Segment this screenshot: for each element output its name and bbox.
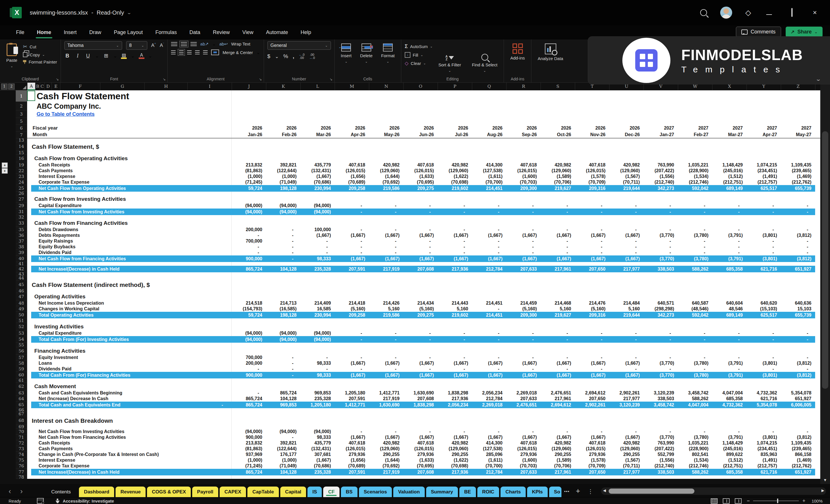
cell[interactable]: -	[403, 429, 438, 435]
cell[interactable]: -	[438, 336, 472, 343]
cell[interactable]: -	[472, 244, 506, 250]
cell[interactable]: (1,667)	[609, 435, 643, 440]
sheet-tab-contents[interactable]: Contents	[44, 486, 77, 497]
row-header-22[interactable]: 22	[16, 168, 27, 174]
cell[interactable]: -	[609, 336, 643, 343]
cell[interactable]: 4,732,362	[746, 390, 781, 396]
sheet-nav-right-icon[interactable]: ›	[16, 487, 28, 497]
cell[interactable]: -	[438, 355, 472, 360]
row-header-71[interactable]: 71	[16, 435, 27, 440]
cell[interactable]: (126,015)	[334, 168, 369, 174]
cell[interactable]: 2027	[746, 125, 781, 132]
bold-button[interactable]: B	[64, 53, 71, 59]
outline-level-1-button[interactable]: 1	[1, 84, 7, 90]
fill-button[interactable]: ↓ Fill ⌄	[405, 52, 433, 58]
sheet-tab-valuation[interactable]: Valuation	[393, 486, 425, 497]
cell[interactable]: 290,255	[541, 452, 575, 458]
column-header-Q[interactable]: Q	[472, 83, 507, 90]
cell[interactable]: -	[369, 227, 403, 232]
row-header-64[interactable]: 64	[16, 396, 27, 402]
comma-format-icon[interactable]: ,	[293, 53, 294, 60]
cell[interactable]: 15,103	[781, 306, 815, 312]
cell[interactable]: (1,667)	[472, 435, 506, 440]
row-header-1[interactable]: 1	[16, 90, 27, 102]
cell[interactable]: 3,120,239	[643, 390, 678, 396]
cell[interactable]: (70,692)	[369, 179, 403, 185]
cell[interactable]: 900,000	[232, 435, 266, 440]
cell[interactable]: (94,000)	[266, 336, 300, 343]
cell[interactable]: -	[575, 250, 609, 255]
cell[interactable]: (127,538)	[472, 168, 506, 174]
cell[interactable]: -	[781, 244, 815, 250]
row-header-2[interactable]: 2	[16, 102, 27, 111]
cell[interactable]: (228,900)	[678, 446, 712, 452]
sheet-tab-kpis[interactable]: KPIs	[527, 486, 548, 497]
cell[interactable]: -	[746, 250, 781, 255]
cell[interactable]: (70,698)	[438, 463, 472, 469]
cell[interactable]: 217,977	[609, 469, 643, 475]
cell[interactable]: Jan-26	[232, 132, 266, 138]
cell[interactable]: -	[609, 429, 643, 435]
cell[interactable]: (212,740)	[643, 179, 678, 185]
cell[interactable]: 655,739	[781, 312, 815, 318]
cell[interactable]: 307,681	[300, 452, 334, 458]
cell[interactable]: -	[266, 255, 300, 262]
cell[interactable]: (212,757)	[746, 179, 781, 185]
cell[interactable]: 209,258	[334, 312, 369, 318]
comments-button[interactable]: Comments	[736, 27, 781, 37]
cell[interactable]: (1,667)	[609, 360, 643, 366]
cell[interactable]: 207,633	[506, 266, 541, 272]
cell[interactable]: (15,103)	[746, 306, 781, 312]
cell[interactable]: 209,258	[334, 185, 369, 192]
ribbon-tab-home[interactable]: Home	[31, 27, 58, 38]
cell[interactable]: -	[575, 203, 609, 209]
cell[interactable]: 2027	[643, 125, 678, 132]
normal-view-icon[interactable]	[711, 498, 717, 504]
sheet-tab-capex[interactable]: CAPEX	[220, 486, 246, 497]
row-header-35[interactable]: 35	[16, 227, 27, 232]
cell[interactable]: (94,000)	[266, 209, 300, 215]
cell[interactable]: -	[334, 330, 369, 336]
cell[interactable]: (1,667)	[403, 360, 438, 366]
cell[interactable]: -	[300, 366, 334, 372]
sheet-tab-captable[interactable]: CapTable	[247, 486, 279, 497]
cut-button[interactable]: ✂ Cut	[23, 43, 57, 50]
cell[interactable]: 209,275	[403, 185, 438, 192]
cell[interactable]: -	[781, 203, 815, 209]
cell[interactable]: 4,047,004	[678, 402, 712, 408]
cell[interactable]: (1,667)	[506, 372, 541, 378]
row-header-16[interactable]: 16	[16, 155, 27, 162]
cell[interactable]: 802,541	[678, 452, 712, 458]
sheet-tab-cf[interactable]: CF	[323, 486, 340, 497]
row-header-76[interactable]: 76	[16, 463, 27, 469]
cell[interactable]: Dec-26	[609, 132, 643, 138]
cell[interactable]: 214,451	[472, 300, 506, 306]
cell[interactable]: (1,000)	[232, 458, 266, 463]
cell[interactable]: -	[643, 227, 678, 232]
page-break-view-icon[interactable]	[735, 498, 742, 504]
cell[interactable]: (3,780)	[678, 372, 712, 378]
cell[interactable]: (129,060)	[369, 446, 403, 452]
cell[interactable]: 900,000	[232, 372, 266, 378]
cell[interactable]: 1,630,690	[403, 390, 438, 396]
cell[interactable]: 2026	[334, 125, 369, 132]
row-header-59[interactable]: 59	[16, 366, 27, 372]
cell[interactable]: -	[438, 209, 472, 215]
cell[interactable]: -	[232, 366, 266, 372]
cell[interactable]: (70,709)	[575, 179, 609, 185]
sheet-tab-dashboard[interactable]: Dashboard	[79, 486, 114, 497]
cell[interactable]: -	[575, 238, 609, 244]
cell[interactable]: 2026	[609, 125, 643, 132]
cell[interactable]: (94,000)	[300, 330, 334, 336]
dialog-launcher-icon[interactable]: ↘	[163, 77, 166, 81]
cell[interactable]: (1,667)	[506, 435, 541, 440]
cell[interactable]: -	[712, 227, 746, 232]
cell[interactable]: -	[678, 429, 712, 435]
cell[interactable]: 290,255	[369, 452, 403, 458]
sheet-tab-summary[interactable]: Summary	[426, 486, 458, 497]
cell[interactable]: -	[472, 355, 506, 360]
sheet-tab-be[interactable]: BE	[459, 486, 476, 497]
row-header-19[interactable]: 19	[16, 162, 27, 168]
cell[interactable]: -	[334, 429, 369, 435]
row-header-6[interactable]: 6	[16, 125, 27, 132]
